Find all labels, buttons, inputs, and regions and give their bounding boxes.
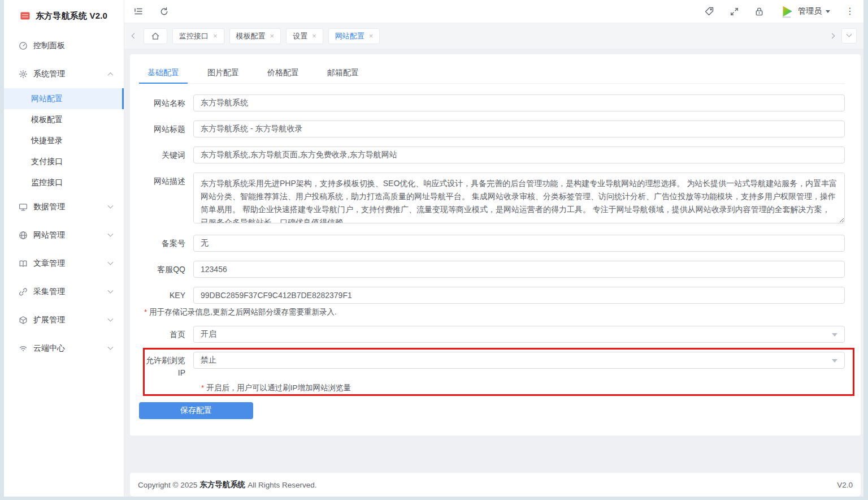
allow-ip-select[interactable]: 禁止 [193,352,845,369]
form-row-icp: 备案号 [139,235,845,252]
tabs-dropdown-button[interactable] [841,28,857,44]
chevron-down-icon [108,344,114,350]
monitor-icon [19,202,28,212]
field-label: 备案号 [139,235,193,252]
footer-version: V2.0 [837,481,853,489]
app-logo[interactable]: 东方导航系统 V2.0 [4,0,124,32]
sidebar-item-label: 文章管理 [33,258,108,269]
icp-input[interactable] [193,235,845,252]
topbar: 管理员 ⋮ [124,0,863,23]
close-icon[interactable] [369,32,374,40]
chevron-down-icon [108,259,114,265]
form-row-key: KEY [139,287,845,304]
chevron-down-icon [847,32,852,37]
homepage-select[interactable]: 开启 [193,326,845,343]
chevron-up-icon [108,72,114,77]
tab-label: 监控接口 [179,31,209,41]
hint-text: 用于存储记录信息,更新之后网站部分缓存需要重新录入. [149,308,337,316]
user-menu[interactable]: 管理员 [779,4,830,19]
copyright-prefix: Copyright © 2025 [138,481,197,489]
field-label: 允许刷浏览IP [139,352,193,379]
tabs-scroll-left[interactable] [130,32,138,40]
tab-image-config[interactable]: 图片配置 [199,62,248,83]
tab-price-config[interactable]: 价格配置 [259,62,307,83]
sidebar: 东方导航系统 V2.0 控制面板 系统管理 网站配置 模板配置 快捷登录 [4,0,124,497]
key-input[interactable] [193,287,845,304]
content-area: 基础配置 图片配置 价格配置 邮箱配置 网站名称 网站标题 关 [124,49,863,497]
config-card: 基础配置 图片配置 价格配置 邮箱配置 网站名称 网站标题 关 [130,54,861,436]
tab-label: 模板配置 [236,31,266,41]
sidebar-item-dashboard[interactable]: 控制面板 [4,32,124,60]
site-title-input[interactable] [193,120,845,137]
chevron-down-icon [108,202,114,208]
sidebar-subitem-label: 快捷登录 [31,136,63,145]
required-asterisk: * [201,383,204,392]
chevron-down-icon [108,316,114,321]
tab-site-config[interactable]: 网站配置 [328,28,380,44]
tabs-scroll-right[interactable] [828,32,836,40]
sidebar-item-data[interactable]: 数据管理 [4,193,124,221]
kebab-menu-icon[interactable]: ⋮ [845,7,854,16]
caret-down-icon [826,10,830,13]
field-label: 网站描述 [139,173,193,226]
tab-email-config[interactable]: 邮箱配置 [319,62,367,83]
footer-brand: 东方导航系统 [199,480,245,490]
tab-label: 网站配置 [335,31,364,41]
caret-down-icon [832,359,837,363]
wifi-icon [19,344,28,353]
sidebar-item-label: 采集管理 [33,287,108,297]
sidebar-item-extension[interactable]: 扩展管理 [4,306,124,334]
tab-settings[interactable]: 设置 [286,28,323,44]
sidebar-subitem-monitor-api[interactable]: 监控接口 [4,172,124,193]
home-icon [151,32,160,41]
basic-config-form: 网站名称 网站标题 关键词 网站描述 东方导航系统采用先进PHP架构，支持多模板… [139,84,845,419]
sidebar-subitem-payment-api[interactable]: 支付接口 [4,151,124,172]
chevron-down-icon [108,231,114,236]
form-row-keywords: 关键词 [139,146,845,163]
sidebar-item-cloud[interactable]: 云端中心 [4,334,124,363]
field-label: 网站名称 [139,94,193,111]
sidebar-item-system[interactable]: 系统管理 [4,60,124,88]
description-textarea[interactable]: 东方导航系统采用先进PHP架构，支持多模板切换、SEO优化、响应式设计，具备完善… [193,173,845,223]
copyright-suffix: All Rights Reserved. [248,481,316,489]
refresh-icon[interactable] [159,7,169,16]
tab-template-config[interactable]: 模板配置 [229,28,281,44]
tab-home[interactable] [144,28,167,44]
site-name-input[interactable] [193,94,845,111]
sidebar-item-collect[interactable]: 采集管理 [4,278,124,306]
sidebar-item-website[interactable]: 网站管理 [4,221,124,249]
qq-input[interactable] [193,261,845,278]
required-asterisk: * [144,308,147,316]
form-row-allow-ip: 允许刷浏览IP 禁止 *开启后，用户可以通过刷IP增加网站浏览量 [139,352,845,393]
tab-basic-config[interactable]: 基础配置 [139,62,188,83]
tag-icon[interactable] [704,6,714,16]
sidebar-item-label: 数据管理 [33,202,108,212]
keywords-input[interactable] [193,146,845,163]
key-hint: *用于存储记录信息,更新之后网站部分缓存需要重新录入. [144,307,845,317]
sidebar-menu: 控制面板 系统管理 网站配置 模板配置 快捷登录 支付接口 监控接口 [4,32,124,363]
chevron-left-icon [132,33,137,39]
field-label: 网站标题 [139,120,193,137]
sidebar-subitem-site-config[interactable]: 网站配置 [4,88,124,109]
sidebar-subitem-template-config[interactable]: 模板配置 [4,109,124,130]
close-icon[interactable] [312,32,316,40]
sidebar-item-article[interactable]: 文章管理 [4,249,124,278]
sidebar-subitem-label: 支付接口 [31,157,63,166]
tab-monitor-api[interactable]: 监控接口 [172,28,224,44]
fullscreen-icon[interactable] [730,7,739,16]
close-icon[interactable] [270,32,275,40]
lock-icon[interactable] [754,7,764,16]
content-spacer [124,436,863,473]
menu-fold-icon[interactable] [133,6,144,16]
save-config-button[interactable]: 保存配置 [139,402,253,419]
field-label: 关键词 [139,146,193,163]
select-value: 开启 [201,329,216,339]
sidebar-subitem-quick-login[interactable]: 快捷登录 [4,130,124,151]
footer: Copyright © 2025 东方导航系统 All Rights Reser… [130,473,861,497]
form-row-site-title: 网站标题 [139,120,845,137]
sidebar-item-label: 网站管理 [33,230,108,240]
select-value: 禁止 [201,355,216,365]
close-icon[interactable] [213,32,218,40]
caret-down-icon [832,333,837,337]
link-icon [19,287,28,296]
